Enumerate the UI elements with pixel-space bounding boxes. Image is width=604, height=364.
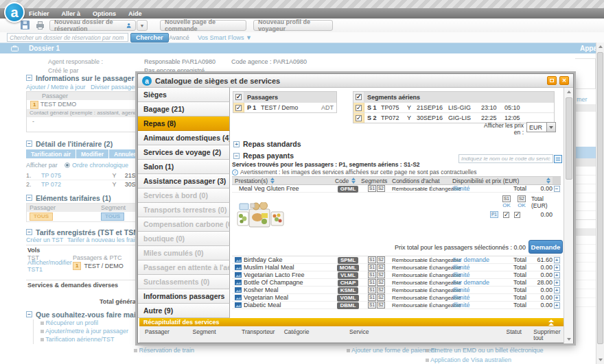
sidebar-item-services-voyage[interactable]: Services de voyage (2): [138, 145, 230, 160]
expand-icon[interactable]: +: [233, 141, 240, 147]
expand-row-icon[interactable]: +: [554, 302, 560, 308]
collapse-icon[interactable]: −: [26, 75, 32, 81]
expand-row-icon[interactable]: +: [554, 257, 560, 263]
segment-checkbox[interactable]: [356, 105, 362, 111]
service-search-icon[interactable]: [554, 155, 562, 163]
service-row[interactable]: Bottle Of Champagne CHAP S1S2 Remboursab…: [232, 279, 561, 287]
window-chrome-stripes: [0, 0, 604, 8]
currency-dropdown-icon[interactable]: [547, 122, 556, 132]
create-tst-link[interactable]: Créer un TST: [26, 236, 63, 243]
new-booking-dropdown[interactable]: ▼: [137, 20, 148, 31]
sidebar-item-animaux[interactable]: Animaux domestiques (4): [138, 131, 230, 145]
expand-row-icon[interactable]: +: [554, 272, 560, 278]
smart-flows-link[interactable]: Vos Smart Flows ▼: [198, 34, 252, 41]
service-row[interactable]: Diabetic Meal DBML S1S2 Remboursable Éch…: [232, 302, 561, 309]
expand-row-icon[interactable]: +: [554, 280, 560, 286]
scroll-down-icon[interactable]: [567, 338, 571, 341]
sidebar-item-autre[interactable]: Autre (9): [138, 304, 230, 318]
print-icon[interactable]: [36, 21, 45, 29]
action-link[interactable]: Ajouter une forme de paiement: [351, 347, 437, 354]
service-row[interactable]: Vegetarian Lacto Free VLML S1S2 Rembours…: [232, 271, 561, 279]
segment-checkbox[interactable]: [356, 115, 362, 121]
menu-aller-a[interactable]: Aller à: [62, 10, 81, 17]
collapse-row-icon[interactable]: −: [554, 186, 560, 192]
passengers-select-all-checkbox[interactable]: [235, 94, 242, 100]
collapse-icon[interactable]: −: [26, 229, 32, 235]
modify-button[interactable]: Modifier: [76, 149, 109, 158]
expand-row-icon[interactable]: +: [554, 265, 560, 271]
new-traveler-profile-button[interactable]: Nouveau profil de voyageur: [253, 20, 333, 31]
scroll-up-icon[interactable]: [567, 90, 571, 93]
new-booking-button[interactable]: Nouveau dossier de réservation: [49, 20, 136, 31]
sidebar-item-assistance[interactable]: Assistance passager (3): [138, 174, 230, 189]
user-icon: [126, 22, 131, 29]
collapse-icon[interactable]: −: [26, 195, 32, 201]
collapse-summary-icon[interactable]: [548, 319, 554, 326]
page-scrollbar-thumb[interactable]: [597, 52, 603, 344]
passengers-header: Passagers: [244, 94, 278, 101]
passenger-row[interactable]: P 1 TEST / Demo ADT: [233, 102, 336, 112]
action-link[interactable]: Ajouter/mettre à jour passager: [45, 328, 128, 335]
action-link[interactable]: Emettre un EMD ou un billet électronique: [431, 347, 544, 354]
advanced-search-link[interactable]: Avancé: [169, 34, 189, 41]
sidebar-item-transports: Transports terrestres (0): [138, 203, 230, 217]
expand-row-icon[interactable]: +: [554, 295, 560, 301]
flight-link[interactable]: TP 075: [41, 172, 61, 179]
menu-aide[interactable]: Aide: [128, 10, 142, 17]
service-row-expanded[interactable]: Meal Veg Gluten Free GFML S1S2 Remboursa…: [232, 185, 561, 193]
new-order-page-button[interactable]: Nouvelle page de commande: [160, 20, 246, 31]
action-link[interactable]: Récupérer un profil: [46, 319, 99, 326]
service-row[interactable]: Birthday Cake SPML S1S2 Remboursable Éch…: [232, 256, 561, 264]
action-link[interactable]: Application de Visa australien: [430, 356, 511, 363]
request-button[interactable]: Demande: [528, 240, 563, 254]
sort-icon[interactable]: [270, 178, 275, 184]
sidebar-item-bagage[interactable]: Bagage (21): [138, 102, 230, 117]
sort-icon[interactable]: [546, 178, 550, 184]
segment-row[interactable]: S 1 TP075 Y 21SEP16 LIS-GIG 23:10 05:10: [353, 102, 554, 112]
services-summary-bar[interactable]: Récapitulatif des services: [139, 318, 564, 326]
action-link[interactable]: Réservation de train: [139, 347, 195, 354]
search-button[interactable]: Chercher: [130, 33, 169, 43]
collapse-icon[interactable]: −: [26, 311, 32, 317]
background-fragment: [575, 236, 596, 315]
scroll-up-icon[interactable]: [599, 45, 603, 48]
passenger-checkbox[interactable]: [235, 105, 242, 111]
what-next-list: Récupérer un profil Ajouter/mettre à jou…: [33, 319, 128, 344]
menu-fichier[interactable]: Fichier: [29, 10, 49, 17]
collapse-icon[interactable]: −: [233, 153, 240, 159]
sidebar-item-infos-passagers[interactable]: Informations passagers: [138, 289, 230, 304]
sidebar-item-repas[interactable]: Repas (8): [138, 117, 230, 131]
add-update-link[interactable]: Ajouter / Mettre à jour: [26, 84, 86, 90]
service-search-input[interactable]: [458, 154, 553, 163]
save-icon[interactable]: [21, 21, 30, 29]
service-row[interactable]: Muslim Halal Meal MOML S1S2 Remboursable…: [232, 264, 561, 271]
background-fragment: [575, 147, 596, 158]
action-link[interactable]: Tarification aérienne/TST: [45, 336, 114, 343]
service-row[interactable]: Vegetarian Meal VGML S1S2 Remboursable É…: [232, 294, 561, 302]
dialog-titlebar[interactable]: a Catalogue de sièges et de services ✕: [138, 74, 573, 88]
sidebar-item-sieges[interactable]: Sièges: [138, 88, 230, 102]
booking-search-input[interactable]: [7, 33, 128, 42]
segment2-select-checkbox[interactable]: [514, 212, 520, 218]
page-scrollbar[interactable]: [596, 43, 604, 364]
split-passenger-link[interactable]: Diviser passager: [91, 84, 137, 90]
chronological-radio[interactable]: [65, 162, 70, 168]
currency-select[interactable]: EUR: [526, 122, 556, 132]
segments-select-all-checkbox[interactable]: [356, 94, 362, 100]
close-icon[interactable]: ✕: [559, 76, 569, 85]
dialog-scrollbar[interactable]: [564, 88, 573, 343]
menu-options[interactable]: Options: [93, 10, 116, 17]
collapse-icon[interactable]: −: [26, 141, 32, 147]
tst-edit-link[interactable]: Afficher/modifier TST1: [26, 259, 73, 273]
dialog-scrollbar-thumb[interactable]: [566, 97, 572, 180]
expand-row-icon[interactable]: +: [554, 287, 560, 293]
segment1-select-checkbox[interactable]: [503, 212, 509, 218]
maximize-icon[interactable]: [547, 76, 557, 85]
scroll-down-icon[interactable]: [599, 359, 603, 361]
sort-icon[interactable]: [351, 178, 356, 184]
sidebar-item-salon[interactable]: Salon (1): [138, 160, 230, 174]
service-row[interactable]: Kosher Meal KSML S1S2 Remboursable Échan…: [232, 287, 561, 294]
flight-link[interactable]: TP 072: [41, 181, 61, 188]
segment-row[interactable]: S 2 TP072 Y 30SEP16 GIG-LIS 22:25 12:05: [353, 112, 554, 123]
air-pricing-button[interactable]: Tarification air: [26, 149, 76, 158]
